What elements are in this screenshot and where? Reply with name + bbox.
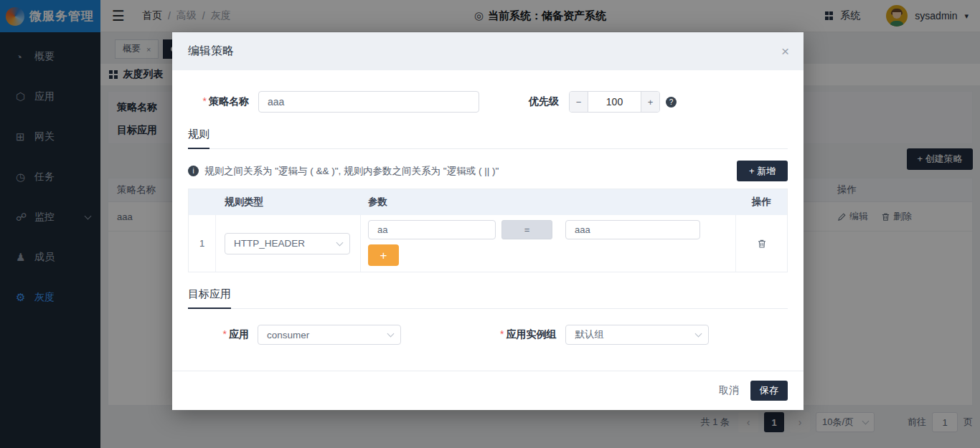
instance-group-value: 默认组: [575, 328, 604, 341]
rule-params-cell: = +: [361, 215, 736, 272]
modal-title: 编辑策略: [188, 44, 234, 59]
policy-fields-row: *策略名称 优先级 − + ?: [188, 91, 788, 113]
column-header-actions: 操作: [736, 196, 787, 209]
delete-rule-button[interactable]: [757, 239, 767, 249]
rules-section-divider: 规则: [188, 128, 788, 149]
column-header-rule-type: 规则类型: [216, 196, 361, 209]
rules-info-row: i 规则之间关系为 "逻辑与 ( && )", 规则内参数之间关系为 "逻辑或 …: [188, 161, 788, 181]
param-key-input[interactable]: [368, 220, 496, 239]
rule-type-value: HTTP_HEADER: [234, 238, 305, 249]
save-button[interactable]: 保存: [750, 381, 788, 401]
column-header-params: 参数: [361, 196, 736, 209]
modal-body: *策略名称 优先级 − + ? 规则 i 规则之间关系为 "逻辑与 ( && )…: [172, 91, 804, 345]
rules-info-text: 规则之间关系为 "逻辑与 ( && )", 规则内参数之间关系为 "逻辑或 ( …: [204, 165, 499, 178]
modal-header: 编辑策略 ×: [172, 32, 804, 70]
add-rule-button[interactable]: + 新增: [737, 161, 788, 181]
rule-row: 1 HTTP_HEADER = +: [189, 215, 787, 272]
priority-label: 优先级: [529, 95, 559, 108]
chevron-down-icon: [695, 330, 702, 338]
increment-button[interactable]: +: [641, 92, 659, 112]
param-line: =: [368, 220, 735, 239]
target-fields-row: *应用 consumer *应用实例组 默认组: [188, 325, 788, 345]
info-icon: i: [188, 166, 199, 176]
target-section-divider: 目标应用: [188, 287, 788, 309]
rule-index: 1: [189, 215, 216, 272]
instance-group-select[interactable]: 默认组: [565, 325, 709, 345]
priority-input[interactable]: [588, 92, 641, 112]
edit-policy-modal: 编辑策略 × *策略名称 优先级 − + ? 规则 i: [172, 32, 804, 410]
rule-type-select[interactable]: HTTP_HEADER: [225, 233, 350, 254]
app-root: 微服务管理 ◔ 概要 ⬡ 应用 ⊞ 网关 ◷ 任务 ☍ 监控: [0, 0, 980, 448]
modal-footer: 取消 保存: [172, 371, 804, 410]
rules-table: 规则类型 参数 操作 1 HTTP_HEADER: [188, 189, 788, 272]
policy-name-input[interactable]: [258, 91, 479, 113]
add-param-button[interactable]: +: [368, 244, 399, 266]
app-select[interactable]: consumer: [258, 325, 401, 345]
required-asterisk: *: [500, 328, 504, 340]
priority-stepper: − +: [569, 91, 660, 113]
rule-type-cell: HTTP_HEADER: [216, 215, 361, 272]
required-asterisk: *: [223, 328, 227, 340]
cancel-button[interactable]: 取消: [719, 384, 739, 397]
rules-section-title: 规则: [188, 128, 209, 149]
help-icon[interactable]: ?: [666, 97, 677, 108]
param-value-input[interactable]: [565, 220, 700, 239]
instance-group-label: *应用实例组: [500, 328, 556, 341]
chevron-down-icon: [387, 330, 395, 338]
close-icon[interactable]: ×: [781, 44, 789, 58]
plus-icon: +: [749, 166, 755, 176]
rule-actions-cell: [736, 215, 787, 272]
policy-name-label: *策略名称: [188, 95, 249, 108]
trash-icon: [757, 239, 767, 249]
target-section-title: 目标应用: [188, 287, 231, 309]
app-label: *应用: [188, 328, 249, 341]
chevron-down-icon: [336, 239, 344, 246]
decrement-button[interactable]: −: [570, 92, 588, 112]
rules-table-header: 规则类型 参数 操作: [189, 189, 787, 215]
operator-select[interactable]: =: [501, 220, 552, 239]
required-asterisk: *: [203, 95, 207, 107]
app-select-value: consumer: [267, 330, 309, 340]
